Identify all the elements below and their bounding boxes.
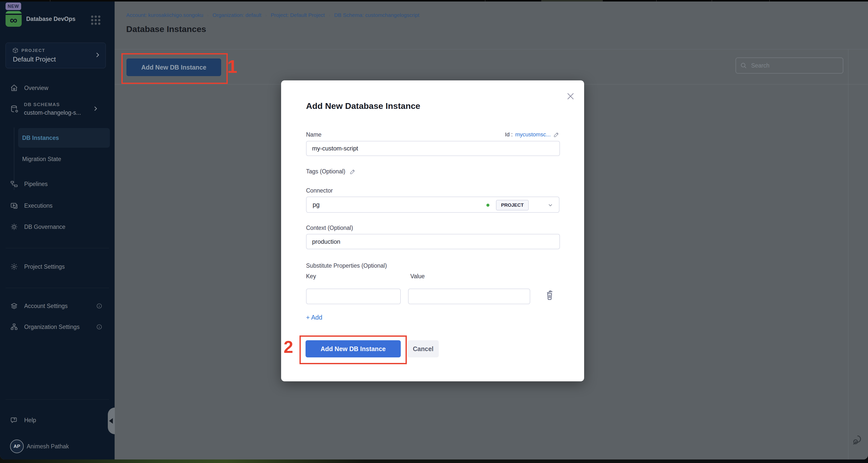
connector-status-dot (486, 204, 489, 207)
page-title: Database Instances (126, 24, 206, 34)
substitute-value-input[interactable] (408, 289, 530, 304)
app-title: Database DevOps (26, 16, 75, 23)
chevron-down-icon[interactable] (547, 202, 553, 208)
project-selector-value: Default Project (13, 55, 56, 63)
connector-value: pg (313, 201, 320, 208)
sidebar-item-organization-settings[interactable]: Organization Settings (10, 323, 80, 331)
connector-select[interactable]: pg PROJECT (306, 197, 559, 213)
executions-icon (10, 202, 18, 210)
key-column-label: Key (306, 273, 316, 280)
help-chat-icon (10, 416, 18, 424)
substitute-key-input[interactable] (306, 289, 401, 304)
tab-strip-segment (485, 0, 542, 1)
annotation-box-step2 (300, 336, 407, 364)
value-column-label: Value (410, 273, 425, 280)
search-box[interactable] (736, 57, 843, 74)
sidebar-item-label: Organization Settings (24, 324, 80, 330)
home-icon (10, 84, 18, 92)
sidebar-item-label: DB Instances (22, 135, 59, 141)
screen: NEW ∞ Database DevOps PROJECT Default Pr… (0, 0, 868, 463)
delete-row-trash-icon[interactable] (545, 290, 554, 300)
governance-gear-icon (10, 223, 18, 231)
sidebar-item-overview[interactable]: Overview (10, 84, 49, 92)
user-avatar[interactable]: AP (10, 439, 24, 453)
sidebar-item-label: Migration State (22, 156, 61, 162)
breadcrumb-account-link[interactable]: Account: kurosakiichigo.songoku (126, 12, 203, 18)
layers-gear-icon (10, 302, 18, 310)
context-input[interactable] (306, 234, 560, 249)
context-label: Context (Optional) (306, 225, 353, 231)
chat-bubbles-icon[interactable] (851, 434, 864, 446)
sidebar-item-label: Overview (24, 85, 49, 91)
sidebar-item-label: Pipelines (24, 181, 48, 187)
sidebar-item-label: Account Settings (24, 303, 68, 310)
substitute-properties-label: Substitute Properties (Optional) (306, 262, 387, 269)
sidebar-item-db-instances[interactable]: DB Instances (18, 128, 110, 148)
sidebar-item-label: Help (24, 417, 36, 424)
breadcrumb-separator: › (265, 12, 267, 18)
name-label: Name (306, 131, 321, 138)
org-hierarchy-icon (10, 323, 18, 331)
module-grid-icon[interactable] (90, 15, 101, 26)
sidebar: NEW ∞ Database DevOps PROJECT Default Pr… (0, 1, 115, 460)
breadcrumb-project-link[interactable]: Project: Default Project (271, 12, 325, 18)
db-schemas-label: DB SCHEMAS (24, 102, 60, 107)
gear-icon (10, 263, 18, 271)
breadcrumb-dbschema-link[interactable]: DB Schema: customchangelogscript (334, 12, 420, 18)
connector-scope-badge: PROJECT (496, 200, 529, 210)
id-value-link[interactable]: mycustomsc... (515, 131, 551, 138)
search-input[interactable] (751, 62, 839, 69)
sidebar-item-project-settings[interactable]: Project Settings (10, 263, 65, 271)
breadcrumb-separator: › (329, 12, 330, 18)
sidebar-divider (5, 248, 109, 248)
breadcrumb-organization-link[interactable]: Organization: default (213, 12, 261, 18)
browser-window: NEW ∞ Database DevOps PROJECT Default Pr… (0, 0, 868, 460)
annotation-number-step2: 2 (284, 338, 293, 355)
breadcrumb: Account: kurosakiichigo.songoku › Organi… (126, 12, 420, 18)
new-badge: NEW (5, 2, 21, 10)
tab-strip-segment (770, 0, 868, 1)
sidebar-item-db-governance[interactable]: DB Governance (10, 223, 65, 231)
tags-label: Tags (Optional) (306, 168, 345, 175)
entity-id-row: Id : mycustomsc... (505, 131, 560, 138)
chevron-right-icon (94, 51, 101, 58)
modal-cancel-button[interactable]: Cancel (408, 340, 439, 357)
tags-row: Tags (Optional) (306, 168, 356, 175)
tab-strip-segment (603, 0, 657, 1)
chevron-right-icon (92, 105, 99, 112)
user-name: Animesh Pathak (27, 443, 69, 450)
pipelines-icon (10, 180, 18, 188)
name-input[interactable] (306, 141, 560, 156)
avatar-initials: AP (13, 443, 20, 449)
info-icon[interactable] (96, 324, 102, 330)
sidebar-item-help[interactable]: Help (10, 416, 36, 424)
tab-strip-segment (0, 0, 51, 1)
edit-pencil-icon[interactable] (349, 168, 356, 175)
project-selector[interactable]: PROJECT Default Project (5, 42, 106, 68)
annotation-box-step1 (121, 53, 228, 84)
tab-strip-segment (657, 0, 712, 1)
close-icon[interactable] (565, 90, 576, 102)
breadcrumb-separator: › (207, 12, 209, 18)
sidebar-item-migration-state[interactable]: Migration State (22, 156, 61, 163)
sidebar-item-executions[interactable]: Executions (10, 202, 53, 210)
add-property-link[interactable]: + Add (306, 314, 322, 321)
annotation-number-step1: 1 (227, 57, 237, 76)
tab-strip-segment-active (542, 0, 603, 1)
sidebar-collapse-handle[interactable] (108, 408, 115, 434)
modal-title: Add New Database Instance (306, 101, 420, 111)
search-icon (740, 62, 747, 69)
edit-pencil-icon[interactable] (553, 131, 560, 138)
database-devops-logo-icon: ∞ (5, 11, 22, 27)
sidebar-item-account-settings[interactable]: Account Settings (10, 302, 68, 310)
sidebar-item-label: DB Governance (24, 224, 65, 230)
collapse-left-arrow-icon (109, 418, 113, 424)
connector-label: Connector (306, 187, 333, 194)
infinity-glyph: ∞ (10, 15, 18, 25)
info-icon[interactable] (96, 303, 102, 309)
tab-strip-segment (51, 0, 485, 1)
project-selector-label: PROJECT (22, 48, 45, 53)
sidebar-item-pipelines[interactable]: Pipelines (10, 180, 48, 188)
sidebar-item-label: Executions (24, 202, 53, 209)
cube-icon (12, 48, 19, 53)
